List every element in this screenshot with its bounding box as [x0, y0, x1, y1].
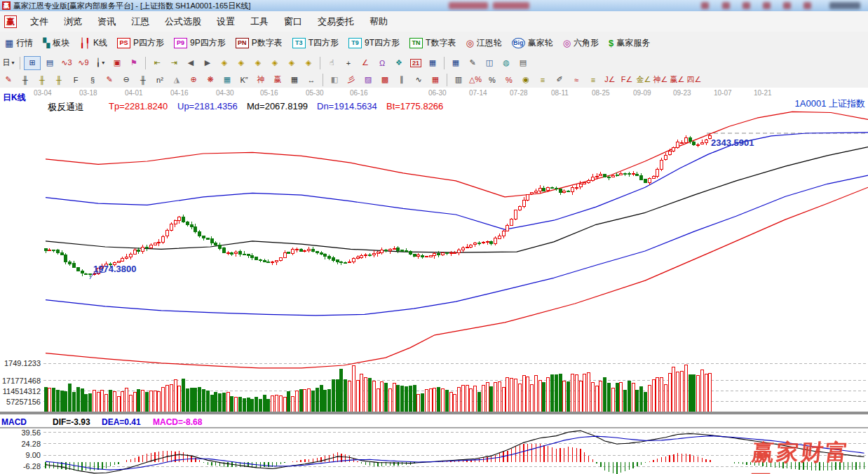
candle-body [604, 174, 606, 177]
volume-bar [93, 390, 95, 412]
volume-bar [588, 372, 590, 412]
candle-body [295, 250, 298, 250]
date-tick: 07-28 [510, 89, 528, 97]
candle-body [559, 189, 562, 193]
volume-bar [336, 380, 339, 413]
candle-body [425, 256, 428, 257]
candle-body [668, 151, 671, 154]
volume-bar [377, 388, 379, 412]
app-window: 赢 赢家江恩专业版[赢家内部服务平台] - [上证指数 SH1A0001-165… [0, 0, 868, 474]
candle-body [551, 188, 554, 189]
candle-body [165, 231, 168, 236]
candle-body [202, 236, 205, 238]
volume-bar [324, 390, 327, 412]
candle-body [186, 222, 189, 225]
volume-bar [44, 387, 47, 412]
volume-bar [401, 386, 404, 412]
candle-body [510, 219, 513, 226]
volume-bar [149, 391, 152, 412]
volume-bar [117, 397, 120, 412]
volume-bar [89, 393, 92, 412]
candle-body [470, 245, 473, 247]
pane-separator[interactable] [0, 412, 868, 414]
candle-body [206, 238, 209, 239]
candle-body [320, 253, 323, 255]
date-tick: 05-16 [260, 89, 278, 97]
volume-bar [259, 399, 262, 412]
volume-bar [652, 379, 655, 412]
candle-body [543, 189, 545, 191]
channel-value: Md=2067.8199 [247, 101, 308, 111]
candle-body [567, 191, 570, 191]
candle-body [664, 155, 667, 160]
candle-body [385, 250, 388, 250]
volume-bar [563, 381, 566, 412]
candle-body [356, 257, 359, 259]
volume-bar [81, 389, 83, 412]
candle-body [89, 273, 92, 274]
volume-bar [267, 399, 270, 412]
macd-scale-label: 9.00 [0, 451, 41, 459]
candle-body [595, 176, 598, 177]
volume-bar [121, 392, 124, 412]
volume-bar [470, 388, 473, 412]
candle-body [421, 255, 424, 257]
volume-bar [498, 382, 501, 412]
date-tick: 10-07 [714, 89, 732, 97]
volume-bar [616, 384, 618, 412]
candle-body [368, 255, 371, 255]
volume-bar [494, 383, 497, 413]
candle-body [616, 175, 618, 175]
candle-body [599, 174, 602, 175]
volume-bar [421, 393, 424, 412]
volume-bar [202, 390, 205, 412]
chart-canvas[interactable] [0, 0, 868, 474]
volume-bar [628, 381, 630, 412]
candle-body [413, 255, 416, 256]
volume-bar [478, 392, 481, 412]
volume-bar [320, 385, 323, 412]
candle-body [372, 253, 375, 255]
volume-bar [113, 392, 116, 413]
candle-body [429, 256, 432, 257]
volume-bar [660, 378, 663, 412]
candle-body [251, 256, 254, 258]
volume-bar [174, 380, 177, 412]
candle-body [142, 247, 144, 251]
volume-bar [215, 392, 217, 412]
volume-bar [640, 387, 643, 412]
volume-bar [194, 388, 197, 412]
candle-body [219, 245, 222, 248]
candle-body [684, 137, 687, 142]
volume-bar [76, 388, 79, 412]
candle-body [705, 140, 707, 142]
volume-bar [53, 388, 55, 412]
volume-bar [515, 379, 517, 412]
volume-bar [388, 388, 391, 412]
candle-body [215, 243, 217, 245]
candle-body [388, 249, 391, 251]
candle-body [381, 250, 384, 252]
candle-body [672, 148, 675, 151]
volume-bar [575, 374, 578, 412]
volume-bar [186, 388, 189, 412]
candle-body [441, 253, 444, 255]
volume-bar [417, 395, 420, 413]
volume-bar [97, 392, 100, 412]
candle-body [563, 191, 566, 192]
volume-bar [611, 388, 614, 412]
macd-scale-label: 24.28 [0, 440, 41, 448]
candle-body [648, 178, 651, 183]
volume-bar [624, 391, 627, 413]
volume-bar [700, 370, 703, 412]
volume-bar [182, 379, 185, 412]
candle-body [534, 191, 537, 192]
candle-body [312, 249, 315, 251]
candle-body [182, 217, 185, 222]
candle-body [56, 250, 59, 253]
volume-bar [73, 392, 76, 412]
candle-body [466, 247, 468, 248]
candle-body [393, 248, 395, 249]
candle-body [149, 245, 152, 248]
volume-bar [571, 374, 574, 413]
